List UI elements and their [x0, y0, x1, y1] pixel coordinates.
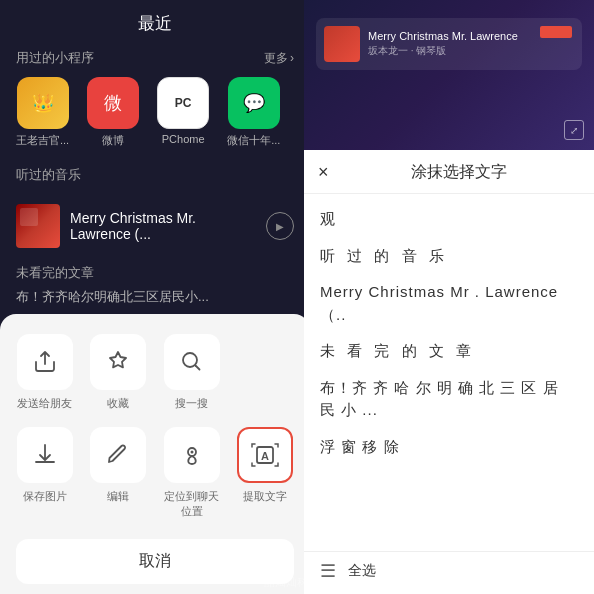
action-share[interactable]: 发送给朋友: [16, 334, 74, 411]
play-button[interactable]: ▶: [266, 212, 294, 240]
mini-app-wechat[interactable]: 💬 微信十年...: [227, 77, 280, 148]
search-label: 搜一搜: [175, 396, 208, 411]
wechat-icon: 💬: [228, 77, 280, 129]
ts-close-button[interactable]: ×: [318, 162, 329, 183]
weibo-label: 微博: [102, 133, 124, 148]
watermark: 晶灿灿科技网: [264, 575, 330, 590]
music-title: Merry Christmas Mr. Lawrence (...: [70, 210, 256, 242]
music-card-sub: 坂本龙一 · 钢琴版: [368, 44, 574, 58]
mini-apps-header: 用过的小程序 更多 ›: [16, 49, 294, 67]
ts-content: 观 听 过 的 音 乐 Merry Christmas Mr . Lawrenc…: [304, 194, 594, 551]
ts-line-0: 观: [320, 208, 578, 231]
download-icon: [32, 442, 58, 468]
ts-line-1: 听 过 的 音 乐: [320, 245, 578, 268]
weibo-icon: 微: [87, 77, 139, 129]
music-header: 听过的音乐: [16, 166, 294, 184]
star-icon: [105, 349, 131, 375]
mini-apps-label: 用过的小程序: [16, 49, 94, 67]
location-icon: [179, 442, 205, 468]
cancel-button[interactable]: 取消: [16, 539, 294, 584]
expand-icon[interactable]: ⤢: [564, 120, 584, 140]
ts-line-3: 未 看 完 的 文 章: [320, 340, 578, 363]
mini-apps-row: 👑 王老吉官... 微 微博 PC PChome 💬 微信十年...: [16, 77, 294, 148]
mini-app-pchome[interactable]: PC PChome: [157, 77, 209, 148]
select-all-button[interactable]: 全选: [348, 562, 376, 580]
article-label: 未看完的文章: [16, 264, 294, 282]
left-panel: 最近 用过的小程序 更多 › 👑 王老吉官... 微 微博 PC PChome …: [0, 0, 310, 594]
ts-header: × 涂抹选择文字: [304, 150, 594, 194]
action-ocr[interactable]: A 提取文字: [237, 427, 295, 519]
ts-line-2: Merry Christmas Mr . Lawrence（..: [320, 281, 578, 326]
action-search[interactable]: 搜一搜: [163, 334, 221, 411]
search-icon-wrap: [164, 334, 220, 390]
music-item[interactable]: Merry Christmas Mr. Lawrence (... ▶: [16, 196, 294, 256]
favorite-label: 收藏: [107, 396, 129, 411]
right-panel: Merry Christmas Mr. Lawrence 坂本龙一 · 钢琴版 …: [304, 0, 594, 594]
text-select-panel: × 涂抹选择文字 观 听 过 的 音 乐 Merry Christmas Mr …: [304, 150, 594, 594]
wechat-label: 微信十年...: [227, 133, 280, 148]
article-item[interactable]: 布！齐齐哈尔明确北三区居民小...: [16, 282, 294, 312]
save-label: 保存图片: [23, 489, 67, 504]
action-save[interactable]: 保存图片: [16, 427, 74, 519]
share-label: 发送给朋友: [17, 396, 72, 411]
music-card-mini[interactable]: Merry Christmas Mr. Lawrence 坂本龙一 · 钢琴版: [316, 18, 582, 70]
edit-icon-wrap: [90, 427, 146, 483]
mini-app-wang[interactable]: 👑 王老吉官...: [16, 77, 69, 148]
edit-icon: [105, 442, 131, 468]
location-label: 定位到聊天位置: [163, 489, 221, 519]
pchome-icon: PC: [157, 77, 209, 129]
action-empty1: [237, 334, 295, 411]
empty-icon-wrap: [237, 334, 293, 390]
recent-title: 最近: [16, 12, 294, 35]
right-top-image: Merry Christmas Mr. Lawrence 坂本龙一 · 钢琴版 …: [304, 0, 594, 150]
location-icon-wrap: [164, 427, 220, 483]
share-icon: [32, 349, 58, 375]
pchome-label: PChome: [162, 133, 205, 145]
music-label: 听过的音乐: [16, 166, 81, 184]
ts-title: 涂抹选择文字: [339, 162, 580, 183]
music-info: Merry Christmas Mr. Lawrence (...: [70, 210, 256, 242]
save-icon-wrap: [17, 427, 73, 483]
action-favorite[interactable]: 收藏: [90, 334, 148, 411]
ocr-icon: A: [249, 439, 281, 471]
ts-line-5: 浮 窗 移 除: [320, 436, 578, 459]
action-sheet: 发送给朋友 收藏 搜一搜: [0, 314, 310, 594]
ocr-label: 提取文字: [243, 489, 287, 504]
favorite-icon-wrap: [90, 334, 146, 390]
music-album-art: [16, 204, 60, 248]
ts-line-4: 布！齐 齐 哈 尔 明 确 北 三 区 居 民 小 ...: [320, 377, 578, 422]
music-playing-indicator: [540, 26, 572, 38]
ocr-icon-wrap: A: [237, 427, 293, 483]
ts-footer: ☰ 全选: [304, 551, 594, 594]
share-icon-wrap: [17, 334, 73, 390]
svg-point-2: [190, 451, 193, 454]
music-card-thumbnail: [324, 26, 360, 62]
action-edit[interactable]: 编辑: [90, 427, 148, 519]
search-icon: [179, 349, 205, 375]
action-grid: 发送给朋友 收藏 搜一搜: [0, 334, 310, 535]
mini-app-weibo[interactable]: 微 微博: [87, 77, 139, 148]
svg-text:A: A: [261, 450, 269, 462]
wang-label: 王老吉官...: [16, 133, 69, 148]
action-location[interactable]: 定位到聊天位置: [163, 427, 221, 519]
more-button[interactable]: 更多 ›: [264, 50, 294, 67]
edit-label: 编辑: [107, 489, 129, 504]
wang-icon: 👑: [17, 77, 69, 129]
